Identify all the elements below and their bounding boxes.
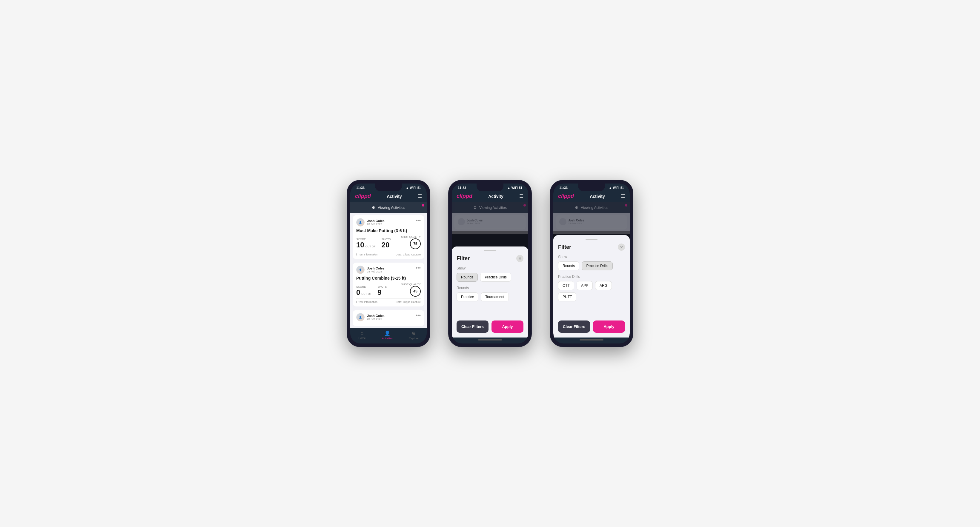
nav-capture[interactable]: ⊕ Capture	[409, 330, 418, 340]
phone2-red-dot	[523, 204, 526, 206]
phone2-wifi-icon: WiFi	[512, 186, 518, 189]
card-footer-2: ℹ Test Information Data: Clippd Capture	[356, 298, 421, 303]
user-name-2: Josh Coles	[367, 267, 385, 270]
nav-activities[interactable]: 👤 Activities	[382, 330, 393, 340]
phone2-apply-btn[interactable]: Apply	[492, 321, 523, 333]
user-info-2: 👤 Josh Coles 28 Feb 2023	[356, 265, 385, 274]
test-info-label-2: Test Information	[358, 300, 377, 303]
test-info-1: ℹ Test Information	[356, 253, 377, 256]
phone3-viewing-banner: ⚙ Viewing Activities	[553, 202, 630, 213]
phone3-status-icons: ▲ WiFi 51	[609, 186, 624, 189]
shot-quality-badge-2: 45	[410, 286, 421, 297]
phone-1: 11:33 ▲ WiFi 51 clippd Activity ☰ ⚙ View…	[347, 180, 430, 347]
phone2-battery-icon: 51	[519, 186, 522, 189]
phone-2-screen: 11:33 ▲ WiFi 51 clippd Activity ☰ ⚙	[452, 184, 528, 343]
phone3-close-button[interactable]: ✕	[618, 243, 625, 251]
phone3-red-dot	[625, 204, 627, 206]
capture-icon: ⊕	[412, 330, 416, 336]
phone2-home-indicator	[478, 339, 502, 340]
phone-notch	[375, 184, 402, 191]
phone2-rounds-btn[interactable]: Rounds	[457, 273, 478, 282]
viewing-activities-banner[interactable]: ⚙ Viewing Activities	[350, 202, 427, 213]
info-icon-1: ℹ	[356, 253, 357, 256]
activity-card-3: 👤 Josh Coles 28 Feb 2023 •••	[353, 310, 424, 326]
phone3-apply-btn[interactable]: Apply	[593, 321, 625, 333]
phone2-rounds-buttons: Practice Tournament	[457, 292, 523, 302]
score-group-2: Score 0 OUT OF	[356, 285, 371, 297]
phone3-app-btn[interactable]: APP	[577, 281, 593, 290]
phone3-filter-icon: ⚙	[575, 205, 578, 210]
phone3-header-title: Activity	[590, 194, 605, 199]
avatar-image-2: 👤	[356, 266, 364, 274]
phone2-practice-btn[interactable]: Practice	[457, 292, 478, 302]
user-date-2: 28 Feb 2023	[367, 270, 385, 273]
phone2-show-label: Show	[457, 266, 523, 270]
stats-left-2: Score 0 OUT OF Shots 9	[356, 285, 387, 297]
nav-home[interactable]: ⌂ Home	[358, 330, 366, 340]
phone-2-wrapper: 11:33 ▲ WiFi 51 clippd Activity ☰ ⚙	[452, 184, 528, 343]
capture-label: Capture	[409, 337, 418, 340]
user-name-3: Josh Coles	[367, 314, 385, 317]
phone3-practice-drills-section-label: Practice Drills	[558, 275, 625, 279]
phone3-wifi-icon: WiFi	[613, 186, 619, 189]
status-time: 11:33	[356, 186, 364, 189]
activity-title-1: Must Make Putting (3-6 ft)	[356, 228, 421, 233]
phone2-close-button[interactable]: ✕	[516, 255, 523, 262]
phone2-modal-title: Filter	[457, 256, 470, 262]
bottom-nav: ⌂ Home 👤 Activities ⊕ Capture	[350, 328, 427, 343]
phone3-practice-drills-btn[interactable]: Practice Drills	[582, 262, 612, 270]
user-details-1: Josh Coles 28 Feb 2023	[367, 219, 385, 225]
phone2-rounds-section-label: Rounds	[457, 286, 523, 290]
out-of-1: OUT OF	[366, 245, 375, 248]
more-options-2[interactable]: •••	[416, 265, 421, 270]
user-details-3: Josh Coles 28 Feb 2023	[367, 314, 385, 321]
phone3-viewing-label: Viewing Activities	[581, 206, 608, 210]
phone3-rounds-btn[interactable]: Rounds	[558, 262, 579, 270]
phone2-tournament-btn[interactable]: Tournament	[481, 292, 509, 302]
shots-group-2: Shots 9	[377, 285, 387, 297]
user-info-3: 👤 Josh Coles 28 Feb 2023	[356, 313, 385, 321]
phone2-show-buttons: Rounds Practice Drills	[457, 273, 523, 282]
menu-button[interactable]: ☰	[418, 194, 422, 199]
phone3-menu-button[interactable]: ☰	[621, 194, 625, 199]
more-options-3[interactable]: •••	[416, 313, 421, 318]
phone2-clear-filters-btn[interactable]: Clear Filters	[457, 321, 488, 333]
phone3-show-label: Show	[558, 255, 625, 259]
phone3-app-header: clippd Activity ☰	[553, 191, 630, 202]
user-info-1: 👤 Josh Coles 28 Feb 2023	[356, 218, 385, 227]
out-of-2: OUT OF	[361, 292, 371, 295]
phone2-practice-drills-btn[interactable]: Practice Drills	[480, 273, 511, 282]
phone2-bottom-bar	[452, 338, 528, 343]
score-label-1: Score	[356, 238, 375, 241]
phone3-drag-handle	[585, 239, 598, 240]
score-value-1: 10	[356, 241, 364, 249]
phone3-arg-btn[interactable]: ARG	[595, 281, 612, 290]
phone2-menu-button[interactable]: ☰	[519, 194, 523, 199]
info-icon-2: ℹ	[356, 300, 357, 303]
phone3-clear-filters-btn[interactable]: Clear Filters	[558, 321, 590, 333]
phone3-ott-btn[interactable]: OTT	[558, 281, 574, 290]
phone2-filter-icon: ⚙	[473, 205, 477, 210]
phone2-show-section: Show Rounds Practice Drills	[457, 266, 523, 282]
phone2-modal-footer: Clear Filters Apply	[457, 321, 523, 333]
phone3-time: 11:33	[559, 186, 568, 189]
shot-quality-group-1: Shot Quality 75	[401, 235, 421, 249]
data-source-1: Data: Clippd Capture	[396, 253, 421, 256]
shots-value-1: 20	[382, 241, 391, 249]
phone2-modal-header: Filter ✕	[457, 255, 523, 262]
avatar-2: 👤	[356, 265, 364, 274]
more-options-1[interactable]: •••	[416, 218, 421, 223]
user-name-1: Josh Coles	[367, 219, 385, 222]
phone2-header-title: Activity	[488, 194, 503, 199]
app-header: clippd Activity ☰	[350, 191, 427, 202]
phone3-filter-overlay: Filter ✕ Show Rounds Practice Drills	[553, 231, 630, 338]
phone3-putt-btn[interactable]: PUTT	[558, 292, 576, 302]
stats-container-1: Score 10 OUT OF Shots 20	[356, 235, 421, 249]
test-info-label-1: Test Information	[358, 253, 377, 256]
user-details-2: Josh Coles 28 Feb 2023	[367, 267, 385, 273]
user-date-3: 28 Feb 2023	[367, 317, 385, 321]
phone2-app-header: clippd Activity ☰	[452, 191, 528, 202]
phone3-modal-footer: Clear Filters Apply	[558, 321, 625, 333]
test-info-2: ℹ Test Information	[356, 300, 377, 303]
shot-quality-group-2: Shot Quality 45	[401, 283, 421, 297]
